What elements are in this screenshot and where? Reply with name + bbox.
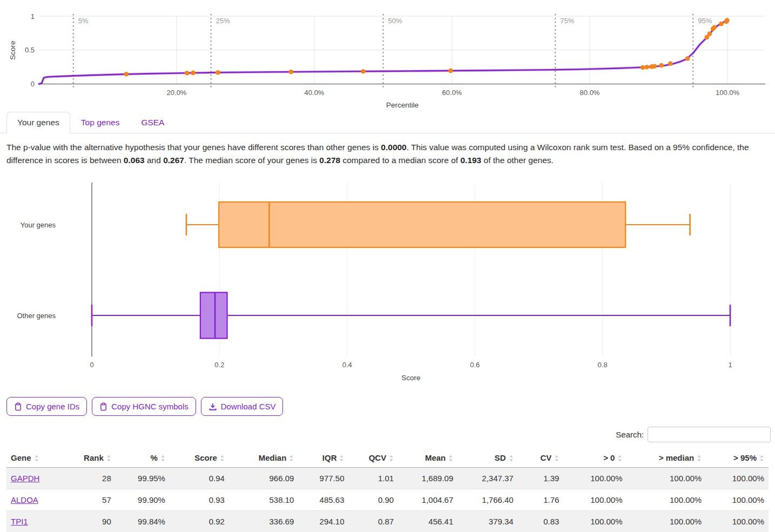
copy-gene-ids-button[interactable]: Copy gene IDs [6, 397, 87, 416]
column-header-rank[interactable]: Rank [66, 449, 116, 468]
gene-link-gapdh[interactable]: GAPDH [11, 474, 39, 483]
category-label-your-genes: Your genes [21, 221, 56, 229]
tab-your-genes[interactable]: Your genes [6, 112, 70, 133]
cell: 966.09 [229, 468, 298, 489]
x-tick-label: 0.8 [598, 361, 608, 369]
cell: 99.84% [116, 511, 170, 532]
cell: 336.69 [229, 511, 298, 532]
copy-hgnc-symbols-button[interactable]: Copy HGNC symbols [92, 397, 196, 416]
cell: 0.93 [170, 489, 229, 511]
download-icon [208, 402, 217, 411]
column-header-0[interactable]: > 0 [563, 449, 626, 468]
sort-icon [289, 455, 294, 462]
tab-bar: Your genesTop genesGSEA [0, 112, 775, 133]
table-header-row: GeneRank%ScoreMedianIQRQCVMeanSDCV> 0> m… [6, 449, 769, 468]
your-gene-point[interactable] [725, 18, 730, 23]
your-gene-point[interactable] [124, 72, 129, 77]
summary-text: The p-value with the alternative hypothe… [6, 141, 769, 166]
cell: 99.95% [116, 468, 170, 489]
x-tick-label: 20.0% [167, 89, 187, 97]
x-axis-title: Percentile [386, 101, 419, 109]
search-bar: Search: [0, 427, 771, 442]
cell: 57 [66, 489, 116, 511]
your-gene-point[interactable] [659, 63, 664, 68]
sort-icon [160, 455, 165, 462]
your-gene-point[interactable] [719, 22, 724, 26]
table-row-gapdh: GAPDH2899.95%0.94966.09977.501.011,689.0… [6, 468, 769, 489]
tab-top-genes[interactable]: Top genes [70, 112, 131, 133]
column-header-gene[interactable]: Gene [6, 449, 66, 468]
x-tick-label: 0.4 [342, 361, 352, 369]
sort-icon [34, 455, 39, 462]
column-header-95[interactable]: > 95% [706, 449, 769, 468]
column-header-cv[interactable]: CV [518, 449, 564, 468]
x-tick-label: 40.0% [305, 89, 325, 97]
column-header-iqr[interactable]: IQR [298, 449, 348, 468]
column-header-mean[interactable]: Mean [398, 449, 457, 468]
cell: 100.00% [563, 468, 626, 489]
your-gene-point[interactable] [185, 71, 190, 76]
y-tick-label: 0 [31, 80, 35, 88]
your-gene-point[interactable] [448, 69, 453, 73]
your-genes-box[interactable] [219, 202, 625, 247]
percentile-marker-label: 95% [698, 17, 712, 25]
download-csv-button[interactable]: Download CSV [201, 397, 284, 416]
button-label: Download CSV [221, 402, 276, 411]
cell: 456.41 [398, 511, 457, 532]
y-tick-label: 0.5 [25, 46, 35, 54]
cell: 100.00% [706, 511, 769, 532]
cell: 1,689.09 [398, 468, 457, 489]
column-header-score[interactable]: Score [170, 449, 229, 468]
button-label: Copy HGNC symbols [111, 402, 188, 411]
cell: 0.92 [170, 511, 229, 532]
column-header-median[interactable]: Median [229, 449, 298, 468]
toolbar: Copy gene IDsCopy HGNC symbolsDownload C… [6, 397, 775, 416]
cell: 1.01 [348, 468, 398, 489]
clipboard-icon [99, 402, 107, 411]
your-gene-point[interactable] [288, 70, 293, 75]
tab-gsea[interactable]: GSEA [130, 112, 175, 133]
cell: 1.39 [518, 468, 564, 489]
your-gene-point[interactable] [641, 65, 645, 70]
sort-icon [220, 455, 225, 462]
x-tick-label: 100.0% [716, 89, 740, 97]
your-gene-point[interactable] [645, 65, 650, 70]
gene-link-aldoa[interactable]: ALDOA [11, 495, 38, 504]
your-gene-point[interactable] [685, 56, 690, 61]
column-header-[interactable]: % [116, 449, 170, 468]
your-gene-point[interactable] [668, 62, 673, 66]
sort-icon [509, 455, 514, 462]
x-tick-label: 0 [90, 361, 93, 369]
column-header-median[interactable]: > median [626, 449, 706, 468]
percentile-marker-label: 75% [560, 17, 574, 25]
x-axis-title: Score [401, 374, 420, 382]
your-gene-point[interactable] [652, 64, 657, 69]
your-gene-point[interactable] [712, 25, 717, 30]
category-label-other-genes: Other genes [17, 312, 56, 320]
boxplot-chart: Your genesOther genes00.20.40.60.81Score [0, 177, 775, 385]
column-header-sd[interactable]: SD [457, 449, 517, 468]
your-gene-point[interactable] [191, 71, 196, 76]
search-input[interactable] [648, 427, 771, 442]
clipboard-icon [14, 402, 22, 411]
column-header-qcv[interactable]: QCV [348, 449, 398, 468]
gene-cell: ALDOA [6, 489, 66, 511]
sort-icon [617, 455, 622, 462]
your-gene-point[interactable] [707, 31, 712, 36]
cell: 2,347.37 [457, 468, 517, 489]
sort-icon [106, 455, 111, 462]
percentile-chart: 5%25%50%75%95%00.5120.0%40.0%60.0%80.0%1… [0, 0, 775, 111]
button-label: Copy gene IDs [26, 402, 79, 411]
other-genes-box[interactable] [200, 293, 227, 339]
gene-cell: GAPDH [6, 468, 66, 489]
your-gene-point[interactable] [215, 70, 220, 75]
sort-icon [697, 455, 702, 462]
sort-icon [448, 455, 453, 462]
your-gene-point[interactable] [361, 69, 366, 74]
x-tick-label: 1 [728, 361, 732, 369]
cell: 100.00% [626, 468, 706, 489]
gene-link-tpi1[interactable]: TPI1 [11, 517, 28, 526]
cell: 100.00% [706, 468, 769, 489]
sort-icon [759, 455, 764, 462]
cell: 1,004.67 [398, 489, 457, 511]
